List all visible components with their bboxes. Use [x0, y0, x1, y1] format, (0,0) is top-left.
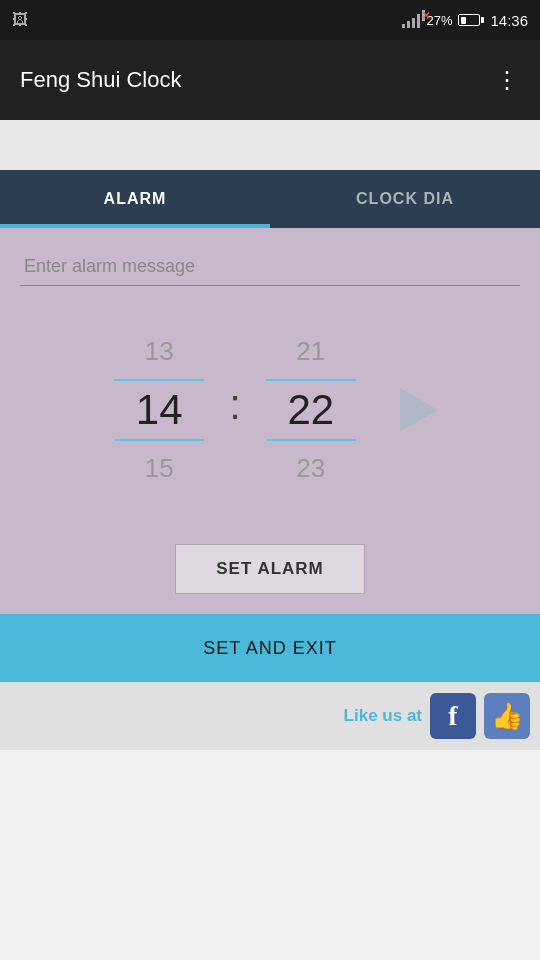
app-bar: Feng Shui Clock ⋮ — [0, 40, 540, 120]
alarm-message-input[interactable] — [20, 248, 520, 286]
minute-current: 22 — [287, 389, 334, 431]
app-title: Feng Shui Clock — [20, 67, 181, 93]
battery-icon — [458, 14, 484, 26]
minute-column: 21 22 23 — [251, 336, 371, 484]
status-icons: ✕ 27% 14:36 — [402, 12, 528, 29]
status-time: 14:36 — [490, 12, 528, 29]
tab-alarm[interactable]: ALARM — [0, 170, 270, 228]
tab-clock-dia[interactable]: CLOCK DIA — [270, 170, 540, 228]
more-options-icon[interactable]: ⋮ — [495, 66, 520, 94]
tab-bar: ALARM CLOCK DIA — [0, 170, 540, 228]
signal-icon: ✕ — [402, 12, 420, 28]
play-button-container — [391, 385, 441, 435]
time-picker: 13 14 15 : 21 22 23 — [20, 336, 520, 484]
signal-x-icon: ✕ — [422, 10, 425, 21]
status-bar: 🖼 ✕ 27% 14:36 — [0, 0, 540, 40]
hour-prev[interactable]: 13 — [145, 336, 174, 367]
minute-next[interactable]: 23 — [296, 453, 325, 484]
time-colon: : — [229, 381, 241, 439]
hour-current: 14 — [136, 389, 183, 431]
minute-prev[interactable]: 21 — [296, 336, 325, 367]
fb-bar: Like us at f 👍 — [0, 682, 540, 750]
battery-percent: 27% — [426, 13, 452, 28]
spacer — [0, 120, 540, 170]
hour-column: 13 14 15 — [99, 336, 219, 484]
set-alarm-button[interactable]: SET ALARM — [175, 544, 365, 594]
minute-divider-bottom — [266, 439, 356, 441]
minute-divider-top — [266, 379, 356, 381]
play-button[interactable] — [391, 385, 441, 435]
like-us-text: Like us at — [344, 706, 422, 726]
set-exit-label: SET AND EXIT — [203, 638, 337, 659]
set-and-exit-bar[interactable]: SET AND EXIT — [0, 614, 540, 682]
hour-next[interactable]: 15 — [145, 453, 174, 484]
main-content: 13 14 15 : 21 22 23 SET ALARM — [0, 228, 540, 614]
hour-divider-bottom — [114, 439, 204, 441]
status-bar-left: 🖼 — [12, 11, 396, 29]
photo-icon: 🖼 — [12, 11, 28, 29]
play-triangle-icon — [400, 388, 438, 432]
thumbs-up-icon[interactable]: 👍 — [484, 693, 530, 739]
hour-divider-top — [114, 379, 204, 381]
facebook-logo[interactable]: f — [430, 693, 476, 739]
